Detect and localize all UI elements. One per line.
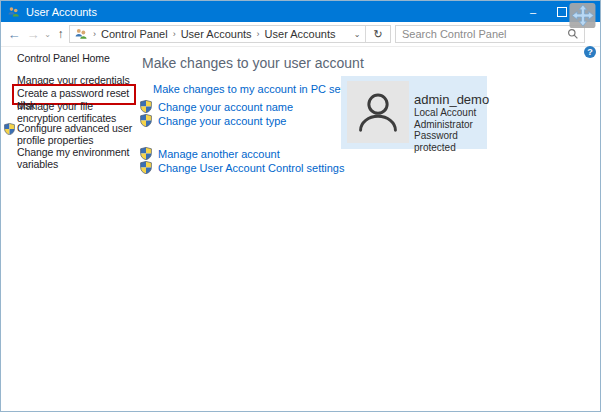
account-info: admin_demo Local Account Administrator P… <box>414 92 489 153</box>
breadcrumb-item-control-panel[interactable]: Control Panel <box>101 28 168 40</box>
account-type: Local Account <box>414 107 489 119</box>
help-button[interactable]: ? <box>584 46 596 58</box>
sidebar-item-file-encryption-certificates[interactable]: Manage your file encryption certificates <box>17 101 133 124</box>
link-pc-settings[interactable]: Make changes to my account in PC setting… <box>153 83 367 95</box>
user-accounts-window: User Accounts – ← → ⌄ ↑ › Control Panel … <box>0 0 601 412</box>
account-password-status: Password protected <box>414 130 489 153</box>
link-label: Change User Account Control settings <box>158 162 345 174</box>
link-label: Manage another account <box>158 148 280 160</box>
link-label: Change your account type <box>158 115 286 127</box>
person-icon <box>351 85 405 139</box>
uac-shield-icon <box>140 114 152 127</box>
page-title: Make changes to your user account <box>142 55 364 71</box>
title-bar: User Accounts <box>1 1 600 22</box>
account-role: Administrator <box>414 119 489 131</box>
window-title: User Accounts <box>26 6 97 18</box>
search-box[interactable] <box>395 25 585 43</box>
move-cursor-icon <box>563 2 599 29</box>
sidebar-item-manage-credentials[interactable]: Manage your credentials <box>17 75 133 87</box>
forward-button[interactable]: → <box>24 22 42 46</box>
breadcrumb-separator: › <box>173 29 176 39</box>
link-change-uac-settings[interactable]: Change User Account Control settings <box>140 161 345 174</box>
link-change-account-name[interactable]: Change your account name <box>140 100 293 113</box>
breadcrumb-separator: › <box>257 29 260 39</box>
sidebar-item-advanced-user-profile[interactable]: Configure advanced user profile properti… <box>17 123 133 146</box>
up-button[interactable]: ↑ <box>53 22 68 46</box>
breadcrumb-separator: › <box>93 29 96 39</box>
link-change-account-type[interactable]: Change your account type <box>140 114 286 127</box>
history-dropdown-button[interactable]: ⌄ <box>42 22 53 46</box>
account-name: admin_demo <box>414 92 489 107</box>
search-icon[interactable] <box>567 28 579 40</box>
users-icon <box>7 6 20 18</box>
sidebar-item-environment-variables[interactable]: Change my environment variables <box>17 147 133 170</box>
search-input[interactable] <box>396 28 567 40</box>
users-icon <box>74 28 88 40</box>
sidebar-item-control-panel-home[interactable]: Control Panel Home <box>17 53 133 65</box>
avatar <box>347 81 409 143</box>
address-bar[interactable]: › Control Panel › User Accounts › User A… <box>69 25 391 43</box>
refresh-button[interactable]: ↻ <box>366 28 390 41</box>
back-button[interactable]: ← <box>5 22 23 46</box>
minimize-button[interactable]: – <box>519 1 547 22</box>
breadcrumb-item-user-accounts[interactable]: User Accounts <box>181 28 252 40</box>
uac-shield-icon <box>140 161 152 174</box>
breadcrumb-item-user-accounts-2[interactable]: User Accounts <box>265 28 336 40</box>
navigation-bar: ← → ⌄ ↑ › Control Panel › User Accounts … <box>1 22 600 47</box>
uac-shield-icon <box>4 123 15 135</box>
uac-shield-icon <box>140 100 152 113</box>
uac-shield-icon <box>140 147 152 160</box>
link-manage-another-account[interactable]: Manage another account <box>140 147 280 160</box>
address-dropdown-button[interactable]: ⌄ <box>349 30 365 39</box>
account-panel: admin_demo Local Account Administrator P… <box>341 76 487 149</box>
link-label: Change your account name <box>158 101 293 113</box>
